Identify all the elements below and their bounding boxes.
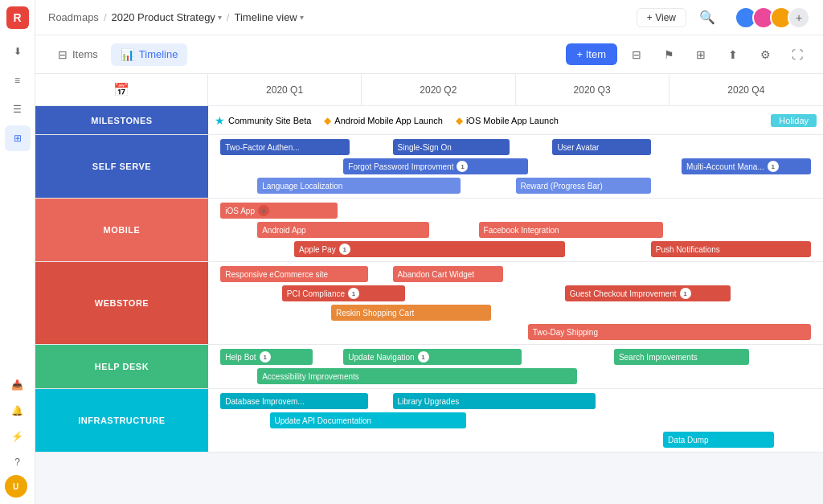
gantt-row: Database Improvem... Library Upgrades [208,392,823,410]
milestone-ios-text: iOS Mobile App Launch [466,116,559,125]
quarter-q3: 2020 Q3 [516,74,669,105]
bar-two-factor[interactable]: Two-Factor Authen... [220,139,350,155]
help-desk-label: HELP DESK [35,345,208,388]
bar-reward-progress[interactable]: Reward (Progress Bar) [516,178,651,194]
bar-reskin-shopping[interactable]: Reskin Shopping Cart [331,305,491,321]
gantt-row: Forgot Password Improvment1 Multi-Accoun… [208,158,823,175]
sidebar-icon-bell[interactable]: 🔔 [5,398,31,424]
main-content: Roadmaps / 2020 Product Strategy ▾ / Tim… [35,0,823,504]
calendar-icon: 📅 [113,82,129,97]
upload-icon-btn[interactable]: ⬆ [720,42,746,68]
sidebar-icon-help[interactable]: ? [5,449,31,475]
sidebar-icon-filter[interactable]: ≡ [5,68,31,93]
bar-responsive-ecommerce[interactable]: Responsive eCommerce site [220,266,368,282]
section-mobile: MOBILE iOS App3 Android App Facebook Int… [35,199,823,262]
gantt-row: Apple Pay1 Push Notifications [208,240,823,258]
quarter-headers: 📅 2020 Q1 2020 Q2 2020 Q3 2020 Q4 [35,74,823,106]
help-desk-bars: Help Bot1 Update Navigation1 Search Impr… [208,345,823,388]
app-logo[interactable]: R [6,6,29,29]
bar-help-bot[interactable]: Help Bot1 [220,349,313,365]
bar-update-api[interactable]: Update API Documentation [270,412,467,428]
mobile-bars: iOS App3 Android App Facebook Integratio… [208,199,823,261]
section-help-desk: HELP DESK Help Bot1 Update Navigation1 S… [35,345,823,389]
bar-ios-app[interactable]: iOS App3 [220,203,337,219]
diamond-icon-1: ◆ [324,115,331,126]
sidebar-icon-inbox[interactable]: 📥 [5,372,31,398]
gantt-row: Reskin Shopping Cart [208,304,823,322]
sidebar: R ⬇ ≡ ☰ ⊞ 📥 🔔 ⚡ ? U [0,0,35,504]
milestone-android-text: Android Mobile App Launch [334,116,443,125]
bar-guest-checkout[interactable]: Guest Checkout Improvement1 [565,285,731,301]
expand-icon-btn[interactable]: ⛶ [784,42,810,68]
gantt-row: Language Localization Reward (Progress B… [208,177,823,195]
webstore-label: WEBSTORE [35,262,208,344]
user-avatar[interactable]: U [5,475,27,498]
header-cal-icon: 📅 [35,74,208,105]
breadcrumb-project[interactable]: 2020 Product Strategy ▾ [112,11,222,23]
gantt-row: Accessibility Improvements [208,367,823,385]
milestone-holiday: Holiday [771,114,817,127]
bar-forgot-password[interactable]: Forgot Password Improvment1 [343,158,528,174]
bar-multi-account[interactable]: Multi-Account Mana...1 [682,158,811,174]
section-infrastructure: INFRASTRUCTURE Database Improvem... Libr… [35,389,823,453]
bar-pci-compliance[interactable]: PCI Compliance1 [282,285,405,301]
bar-data-dump[interactable]: Data Dump [663,432,774,448]
bar-search-improvements[interactable]: Search Improvements [614,349,749,365]
breadcrumb-view[interactable]: Timeline view ▾ [234,11,303,23]
flag-icon-btn[interactable]: ⚑ [656,42,682,68]
bar-apple-pay[interactable]: Apple Pay1 [294,241,565,257]
gantt-row: PCI Compliance1 Guest Checkout Improveme… [208,285,823,302]
self-serve-bars: Two-Factor Authen... Single-Sign On User… [208,135,823,198]
breadcrumb: Roadmaps / 2020 Product Strategy ▾ / Tim… [48,11,304,23]
tab-timeline[interactable]: 📊 Timeline [111,43,188,66]
tab-items[interactable]: ⊟ Items [48,43,108,66]
search-icon[interactable]: 🔍 [699,10,715,25]
milestones-bar-area: ★ Community Site Beta ◆ Android Mobile A… [208,106,823,134]
bar-abandon-cart[interactable]: Abandon Cart Widget [393,266,504,282]
bar-language-localization[interactable]: Language Localization [257,178,460,194]
avatar-add[interactable]: + [788,6,810,29]
timeline-icon: 📊 [121,48,134,61]
milestone-ios: ◆ iOS Mobile App Launch [456,115,559,126]
mobile-label: MOBILE [35,199,208,261]
gantt-row: Responsive eCommerce site Abandon Cart W… [208,265,823,283]
bar-accessibility[interactable]: Accessibility Improvements [257,368,577,384]
timeline-inner: 📅 2020 Q1 2020 Q2 2020 Q3 2020 Q4 MILEST… [35,74,823,453]
infrastructure-label: INFRASTRUCTURE [35,389,208,452]
bar-push-notifications[interactable]: Push Notifications [651,241,811,257]
sidebar-icon-download[interactable]: ⬇ [5,39,31,64]
bar-two-day-shipping[interactable]: Two-Day Shipping [528,324,811,340]
items-icon: ⊟ [58,48,68,61]
add-view-button[interactable]: + View [637,8,686,27]
grid-icon-btn[interactable]: ⊞ [688,42,714,68]
gantt-row: Update API Documentation [208,412,823,429]
add-item-button[interactable]: + Item [566,43,618,65]
bar-user-avatar[interactable]: User Avatar [552,139,650,155]
bar-single-sign-on[interactable]: Single-Sign On [393,139,510,155]
star-icon: ★ [215,114,225,127]
sidebar-icon-bolt[interactable]: ⚡ [5,424,31,449]
bar-update-navigation[interactable]: Update Navigation1 [343,349,522,365]
sidebar-icon-layers[interactable]: ⊞ [5,125,31,151]
sidebar-icon-list[interactable]: ☰ [5,96,31,122]
toolbar: ⊟ Items 📊 Timeline + Item ⊟ ⚑ ⊞ ⬆ ⚙ ⛶ [35,35,823,74]
self-serve-label: SELF SERVE [35,135,208,198]
settings-icon-btn[interactable]: ⚙ [752,42,778,68]
bar-android-app[interactable]: Android App [257,222,429,238]
timeline-area: 📅 2020 Q1 2020 Q2 2020 Q3 2020 Q4 MILEST… [35,74,823,504]
bar-database[interactable]: Database Improvem... [220,393,368,409]
filter-icon-btn[interactable]: ⊟ [624,42,649,68]
quarter-q4: 2020 Q4 [669,74,823,105]
infrastructure-bars: Database Improvem... Library Upgrades Up… [208,389,823,452]
gantt-row: iOS App3 [208,202,823,219]
gantt-row: Two-Factor Authen... Single-Sign On User… [208,138,823,156]
breadcrumb-sep-2: / [227,11,230,23]
bar-facebook-integration[interactable]: Facebook Integration [479,222,664,238]
gantt-row: Android App Facebook Integration [208,221,823,239]
milestone-android: ◆ Android Mobile App Launch [324,115,443,126]
quarter-q1: 2020 Q1 [208,74,362,105]
bar-library-upgrades[interactable]: Library Upgrades [393,393,596,409]
breadcrumb-sep-1: / [104,11,107,23]
breadcrumb-root[interactable]: Roadmaps [48,11,99,23]
chevron-down-icon-2: ▾ [300,13,304,22]
